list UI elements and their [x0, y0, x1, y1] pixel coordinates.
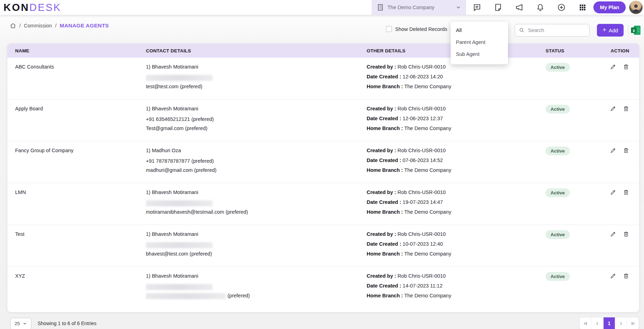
- note-icon[interactable]: [494, 3, 502, 12]
- contact-email: (prefered): [146, 292, 367, 299]
- table-row: Fancy Group of Company 1) Madhuri Oza +9…: [7, 141, 639, 183]
- bell-icon[interactable]: [536, 3, 545, 12]
- plus-circle-icon[interactable]: [557, 3, 566, 12]
- contact-phone: +91 635465212121 (prefered): [146, 115, 367, 123]
- column-header: ACTION: [610, 48, 629, 53]
- created-by-line: Created by : Rob Chris-USR-0010: [367, 230, 546, 238]
- home-branch-line: Home Branch : The Demo Company: [367, 83, 546, 90]
- edit-icon[interactable]: [610, 105, 616, 112]
- contact-phone: +91 787878787877 (prefered): [146, 157, 367, 165]
- my-plan-button[interactable]: My Plan: [593, 1, 626, 13]
- delete-icon[interactable]: [623, 231, 629, 237]
- agent-name: Apply Board: [15, 105, 146, 112]
- top-header-bar: KONDESK The Demo Company: [0, 0, 644, 15]
- search-box: [515, 24, 590, 37]
- date-created-line: Date Created : 12-06-2023 12:37: [367, 115, 546, 122]
- user-avatar[interactable]: [629, 1, 643, 14]
- table-row: Test 1) Bhavesh Motiramani bhavest@test.…: [7, 225, 639, 267]
- status-cell: Active: [546, 105, 610, 141]
- filter-dropdown: AllParent AgentSub Agent: [451, 22, 508, 64]
- status-badge: Active: [546, 105, 570, 114]
- prev-page-button[interactable]: [591, 317, 603, 329]
- status-badge: Active: [546, 230, 570, 239]
- excel-export-button[interactable]: x: [631, 25, 641, 36]
- agent-name: LMN: [15, 188, 146, 196]
- contact-person: 1) Bhavesh Motiramani: [146, 105, 367, 112]
- breadcrumb-section[interactable]: Commission: [24, 23, 52, 28]
- search-icon: [519, 27, 524, 33]
- created-by-line: Created by : Rob Chris-USR-0010: [367, 188, 546, 196]
- logo-kon: KON: [4, 2, 29, 13]
- home-branch-line: Home Branch : The Demo Company: [367, 124, 546, 132]
- column-header: NAME: [15, 48, 146, 53]
- megaphone-icon[interactable]: [515, 3, 523, 12]
- contact-person: 1) Bhavesh Motiramani: [146, 188, 367, 196]
- comment-icon[interactable]: [473, 3, 481, 12]
- company-selector-label: The Demo Company: [387, 5, 452, 10]
- table-header-row: NAMECONTACT DETAILSOTHER DETAILSSTATUSAC…: [7, 44, 639, 58]
- agent-name: Fancy Group of Company: [15, 147, 146, 154]
- created-by-line: Created by : Rob Chris-USR-0010: [367, 147, 546, 154]
- date-created-line: Date Created : 14-07-2023 11:12: [367, 282, 546, 290]
- entries-summary: Showing 1 to 6 of 6 Entries: [38, 321, 96, 326]
- contact-email: madhuri@gmail.com (prefered): [146, 166, 367, 174]
- filter-option-all[interactable]: All: [451, 24, 508, 36]
- edit-icon[interactable]: [610, 64, 616, 70]
- agent-name-cell: Fancy Group of Company: [15, 147, 146, 183]
- current-page-button[interactable]: 1: [603, 317, 615, 329]
- date-created-line: Date Created : 12-06-2023 14:20: [367, 73, 546, 80]
- contact-phone: [146, 283, 367, 290]
- delete-icon[interactable]: [623, 64, 629, 70]
- search-input[interactable]: [527, 27, 594, 33]
- agent-name: Test: [15, 230, 146, 238]
- delete-icon[interactable]: [623, 189, 629, 195]
- column-header: CONTACT DETAILS: [146, 48, 367, 53]
- company-selector[interactable]: The Demo Company: [372, 0, 466, 15]
- breadcrumb-separator: /: [55, 23, 57, 28]
- show-deleted-checkbox[interactable]: [386, 26, 392, 32]
- table-row: LMN 1) Bhavesh Motiramani motiramanibhav…: [7, 183, 639, 225]
- contact-phone: [146, 73, 367, 81]
- date-created-line: Date Created : 07-06-2023 14:52: [367, 156, 546, 164]
- contact-details-cell: 1) Bhavesh Motiramani motiramanibhavesh@…: [146, 188, 367, 225]
- last-page-button[interactable]: [627, 317, 639, 329]
- edit-icon[interactable]: [610, 189, 616, 195]
- building-icon: [376, 4, 384, 11]
- contact-email: Test@gmail.com (prefered): [146, 124, 367, 132]
- home-icon[interactable]: [10, 22, 16, 29]
- table-body: ABC Consultants 1) Bhavesh Motiramani te…: [7, 58, 639, 309]
- table-row: ABC Consultants 1) Bhavesh Motiramani te…: [7, 58, 639, 99]
- table-row: Apply Board 1) Bhavesh Motiramani +91 63…: [7, 99, 639, 141]
- redacted-phone: [146, 242, 213, 248]
- other-details-cell: Created by : Rob Chris-USR-0010 Date Cre…: [367, 188, 546, 225]
- filter-option-sub-agent[interactable]: Sub Agent: [451, 48, 508, 60]
- home-branch-line: Home Branch : The Demo Company: [367, 292, 546, 299]
- apps-grid-icon[interactable]: [578, 3, 587, 12]
- redacted-phone: [146, 200, 213, 206]
- edit-icon[interactable]: [610, 273, 616, 279]
- page-size-select[interactable]: 25: [10, 318, 31, 329]
- next-page-button[interactable]: [615, 317, 627, 329]
- home-branch-line: Home Branch : The Demo Company: [367, 208, 546, 216]
- delete-icon[interactable]: [623, 105, 629, 112]
- show-deleted-control: Show Deleted Records: [386, 26, 447, 32]
- add-button[interactable]: + Add: [597, 24, 624, 37]
- created-by-line: Created by : Rob Chris-USR-0010: [367, 105, 546, 112]
- edit-icon[interactable]: [610, 147, 616, 154]
- delete-icon[interactable]: [623, 273, 629, 279]
- first-page-button[interactable]: [580, 317, 591, 329]
- header-icon-group: [473, 0, 587, 15]
- date-created-line: Date Created : 10-07-2023 12:40: [367, 240, 546, 248]
- redacted-phone: [146, 284, 213, 290]
- action-cell: [610, 63, 629, 99]
- toolbar-divider: [628, 25, 628, 36]
- contact-email: bhavest@test.com (prefered): [146, 250, 367, 258]
- edit-icon[interactable]: [610, 231, 616, 237]
- date-created-line: Date Created : 19-07-2023 14:47: [367, 198, 546, 206]
- contact-details-cell: 1) Bhavesh Motiramani +91 635465212121 (…: [146, 105, 367, 141]
- add-button-label: Add: [608, 27, 618, 33]
- filter-option-parent-agent[interactable]: Parent Agent: [451, 36, 508, 48]
- other-details-cell: Created by : Rob Chris-USR-0010 Date Cre…: [367, 272, 546, 309]
- home-branch-line: Home Branch : The Demo Company: [367, 166, 546, 174]
- delete-icon[interactable]: [623, 147, 629, 154]
